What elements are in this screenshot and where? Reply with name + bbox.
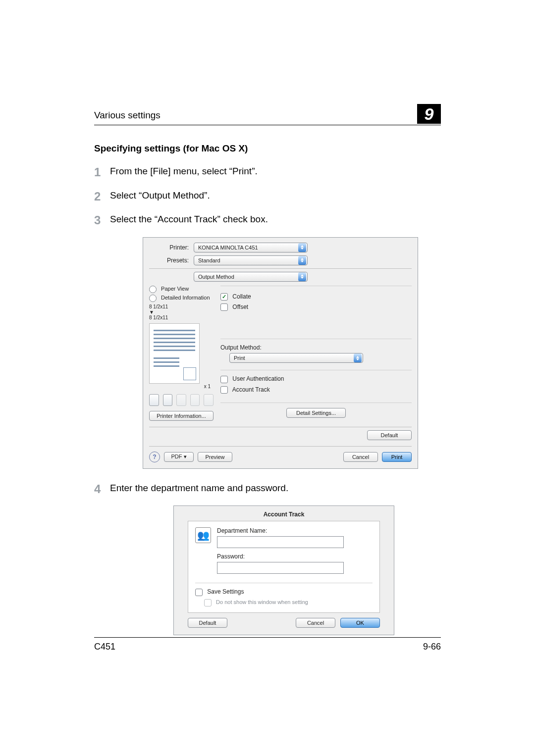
- model-code: C451: [94, 642, 115, 652]
- password-field[interactable]: [217, 562, 344, 574]
- radio-detailed[interactable]: [149, 295, 157, 302]
- step-item: Enter the department name and password.: [94, 482, 441, 495]
- printer-value: KONICA MINOLTA C451: [198, 245, 258, 251]
- output-icon[interactable]: [163, 394, 173, 406]
- chevron-updown-icon: [298, 272, 306, 281]
- step-list: Enter the department name and password.: [94, 482, 441, 495]
- help-icon[interactable]: ?: [149, 452, 160, 462]
- pane-dropdown[interactable]: Output Method: [194, 272, 308, 282]
- page-number: 9-66: [423, 642, 441, 652]
- dialog-title: Account Track: [180, 511, 388, 518]
- screenshot-account-track: Account Track 👥 Department Name: Passwor…: [173, 505, 394, 635]
- presets-dropdown[interactable]: Standard: [194, 255, 308, 265]
- password-label: Password:: [217, 553, 344, 560]
- default-button[interactable]: Default: [188, 618, 227, 628]
- save-settings-checkbox[interactable]: [195, 589, 203, 596]
- account-track-checkbox[interactable]: [220, 386, 228, 394]
- offset-label: Offset: [232, 303, 248, 310]
- chapter-badge: 9: [417, 104, 441, 124]
- copies-count: x 1: [149, 384, 214, 389]
- dont-show-label: Do not show this window when setting: [216, 599, 308, 605]
- user-authentication-label: User Authentication: [232, 375, 284, 382]
- presets-label: Presets:: [149, 257, 189, 264]
- pane-value: Output Method: [198, 274, 234, 280]
- cancel-button[interactable]: Cancel: [343, 452, 378, 462]
- divider: [149, 446, 412, 447]
- output-icon: [204, 394, 214, 406]
- step-item: From the [File] menu, select “Print”.: [94, 165, 441, 178]
- radio-detailed-label: Detailed Information: [161, 295, 210, 301]
- output-method-value: Print: [234, 355, 245, 361]
- users-icon: 👥: [195, 527, 211, 543]
- account-track-label: Account Track: [232, 386, 270, 393]
- subsection-heading: Specifying settings (for Mac OS X): [94, 143, 441, 154]
- step-item: Select “Output Method”.: [94, 189, 441, 202]
- collate-checkbox[interactable]: [220, 293, 228, 301]
- output-method-dropdown[interactable]: Print: [229, 353, 363, 363]
- output-method-label: Output Method:: [220, 344, 412, 351]
- dont-show-checkbox: [204, 599, 212, 606]
- save-settings-label: Save Settings: [207, 588, 244, 595]
- page-thumbnail: [149, 323, 200, 384]
- page-footer: C451 9-66: [94, 637, 441, 652]
- department-name-field[interactable]: [217, 536, 344, 548]
- output-icon[interactable]: [149, 394, 159, 406]
- radio-paper-view[interactable]: [149, 286, 157, 293]
- ok-button[interactable]: OK: [340, 618, 380, 628]
- chevron-updown-icon: [298, 256, 306, 265]
- paper-dim: 8 1/2x11: [149, 315, 214, 320]
- preview-button[interactable]: Preview: [198, 452, 232, 462]
- offset-checkbox[interactable]: [220, 303, 228, 311]
- presets-value: Standard: [198, 257, 220, 263]
- pdf-menu-button[interactable]: PDF ▾: [164, 452, 194, 462]
- preview-sidebar: Paper View Detailed Information 8 1/2x11…: [149, 286, 214, 421]
- output-icon: [190, 394, 200, 406]
- print-button[interactable]: Print: [382, 452, 412, 462]
- default-button[interactable]: Default: [367, 430, 412, 440]
- chevron-updown-icon: [354, 353, 362, 362]
- paper-dim: 8 1/2x11: [149, 304, 214, 309]
- cancel-button[interactable]: Cancel: [296, 618, 335, 628]
- section-title: Various settings: [94, 110, 417, 124]
- collate-label: Collate: [232, 293, 251, 300]
- department-name-label: Department Name:: [217, 527, 344, 534]
- screenshot-print-dialog: Printer: KONICA MINOLTA C451 Presets: St…: [143, 237, 418, 469]
- divider: [149, 268, 412, 269]
- divider: [149, 427, 412, 427]
- chevron-updown-icon: [298, 243, 306, 252]
- detail-settings-button[interactable]: Detail Settings...: [286, 408, 346, 418]
- user-authentication-checkbox[interactable]: [220, 376, 228, 383]
- radio-paper-view-label: Paper View: [161, 286, 189, 292]
- printer-label: Printer:: [149, 244, 189, 251]
- step-list: From the [File] menu, select “Print”. Se…: [94, 165, 441, 226]
- output-icon: [176, 394, 186, 406]
- step-item: Select the “Account Track” check box.: [94, 213, 441, 226]
- section-header: Various settings 9: [94, 104, 441, 125]
- printer-information-button[interactable]: Printer Information...: [149, 411, 214, 421]
- printer-dropdown[interactable]: KONICA MINOLTA C451: [194, 243, 308, 252]
